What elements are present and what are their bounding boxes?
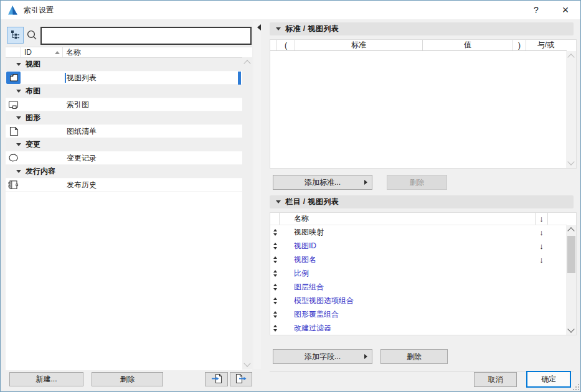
edit-caret [65, 73, 66, 83]
field-row[interactable]: 图层组合 [270, 280, 567, 294]
drag-handle-icon[interactable] [270, 284, 280, 291]
column-header-name[interactable]: 名称 [63, 47, 252, 57]
resize-grip[interactable] [575, 386, 577, 388]
drag-handle-icon[interactable] [270, 297, 280, 304]
sort-descending-icon[interactable]: ↓ [535, 213, 548, 225]
scrollbar-thumb[interactable] [567, 236, 575, 273]
drag-handle-icon[interactable] [270, 325, 280, 332]
tree-item-issue-history[interactable]: 发布历史 [6, 179, 242, 192]
section-collapse-icon [276, 27, 281, 30]
field-name: 名称 [280, 213, 535, 224]
tree-view-toggle-button[interactable] [7, 27, 24, 44]
tree-item-drawing-list[interactable]: 图纸清单 [6, 125, 242, 139]
tree-item-index-sheet[interactable]: 索引图 [6, 98, 242, 112]
column-header-id[interactable]: ID [21, 47, 63, 57]
tree-group-views[interactable]: 视图 [6, 58, 242, 72]
add-criteria-button[interactable]: 添加标准... [273, 175, 372, 190]
drag-handle-icon[interactable] [270, 311, 280, 318]
drag-handle-icon[interactable] [270, 229, 280, 236]
collapse-icon [16, 116, 21, 119]
scroll-up-icon[interactable] [567, 54, 574, 60]
tree-group-changes[interactable]: 变更 [6, 138, 242, 152]
scroll-up-icon[interactable] [243, 60, 250, 67]
sort-descending-icon[interactable]: ↓ [535, 241, 548, 251]
menu-arrow-icon [364, 354, 367, 359]
column-header-criteria[interactable]: 标准 [295, 40, 423, 50]
criteria-section-header[interactable]: 标准 / 视图列表 [270, 22, 574, 35]
scroll-down-icon[interactable] [567, 325, 574, 332]
index-settings-dialog: 索引设置 ? × ID [0, 0, 581, 392]
tree-group-drawings[interactable]: 图形 [6, 111, 242, 125]
scroll-up-icon[interactable] [567, 227, 574, 234]
field-row[interactable]: 模型视图选项组合 [270, 294, 567, 307]
handle-column [270, 213, 280, 225]
fields-scrollbar[interactable] [566, 225, 576, 335]
tree-item-change-log[interactable]: 变更记录 [6, 152, 242, 166]
tree-rows: 视图 视图列表 布图 [6, 58, 242, 192]
search-icon [26, 29, 39, 44]
index-type-list: ID 名称 视图 视图列表 [6, 47, 252, 370]
field-row[interactable]: 图形覆盖组合 [270, 307, 567, 321]
tree-group-layouts[interactable]: 布图 [6, 85, 242, 98]
field-row[interactable]: 视图ID ↓ [270, 239, 567, 253]
title-bar: 索引设置 ? × [1, 1, 580, 19]
collapse-icon [16, 90, 21, 93]
fields-header-row[interactable]: 名称 ↓ [270, 213, 567, 225]
tree-column-headers: ID 名称 [6, 47, 252, 58]
publish-history-icon [6, 179, 21, 191]
fields-list: 名称 ↓ 视图映射 ↓ 视图ID ↓ 视图名 ↓ 比例 图层组合 [270, 212, 577, 335]
scroll-down-icon[interactable] [243, 360, 250, 366]
delete-criteria-button: 删除 [387, 175, 447, 190]
delete-field-button[interactable]: 删除 [380, 349, 448, 364]
tree-scrollbar[interactable] [242, 57, 252, 370]
criteria-table: ( 标准 值 ) 与/或 [270, 39, 577, 169]
import-button[interactable] [205, 372, 228, 386]
dialog-title: 索引设置 [24, 5, 54, 16]
cancel-button[interactable]: 取消 [474, 372, 517, 387]
export-icon [235, 373, 247, 386]
tree-item-view-list-selected[interactable]: 视图列表 [6, 72, 242, 85]
criteria-column-headers: ( 标准 值 ) 与/或 [270, 40, 567, 51]
criteria-scrollbar[interactable] [566, 51, 576, 168]
change-cloud-icon [6, 152, 21, 164]
search-input[interactable] [40, 27, 252, 45]
sort-descending-icon[interactable]: ↓ [535, 255, 548, 264]
ok-button[interactable]: 确定 [526, 371, 571, 388]
scroll-down-icon[interactable] [567, 158, 574, 165]
section-collapse-icon [276, 200, 281, 203]
tree-view-icon [11, 30, 20, 41]
collapse-icon [16, 143, 21, 146]
delete-index-button[interactable]: 删除 [92, 372, 163, 386]
field-row[interactable]: 视图名 ↓ [270, 253, 567, 266]
collapse-panel-icon[interactable] [257, 24, 261, 30]
column-header-value[interactable]: 值 [423, 40, 513, 50]
new-button[interactable]: 新建... [9, 372, 83, 386]
menu-arrow-icon [364, 180, 367, 185]
drag-handle-icon[interactable] [270, 270, 280, 277]
column-header-close-paren[interactable]: ) [513, 40, 526, 50]
sort-ascending-icon [55, 51, 60, 54]
field-row[interactable]: 视图映射 ↓ [270, 225, 567, 239]
drag-handle-icon[interactable] [270, 243, 280, 250]
selection-bar [238, 72, 241, 85]
import-icon [210, 373, 223, 386]
export-button[interactable] [230, 372, 252, 386]
column-header-and-or[interactable]: 与/或 [526, 40, 565, 50]
panel-splitter[interactable] [253, 21, 261, 369]
tree-group-issues[interactable]: 发行内容 [6, 165, 242, 179]
add-field-button[interactable]: 添加字段... [273, 349, 372, 364]
fields-section-header[interactable]: 栏目 / 视图列表 [270, 195, 574, 208]
help-button[interactable]: ? [527, 1, 546, 19]
sort-descending-icon[interactable]: ↓ [535, 228, 548, 237]
view-list-icon [6, 72, 21, 84]
collapse-icon [16, 63, 21, 66]
field-row[interactable]: 改建过滤器 [270, 321, 567, 335]
criteria-lead-column [270, 40, 277, 50]
field-row[interactable]: 比例 [270, 266, 567, 280]
app-logo-icon [7, 4, 19, 16]
close-button[interactable]: × [555, 1, 575, 19]
column-header-open-paren[interactable]: ( [277, 40, 295, 50]
collapse-icon [16, 170, 21, 173]
drag-handle-icon[interactable] [270, 256, 280, 263]
column-header-icon[interactable] [6, 47, 21, 57]
